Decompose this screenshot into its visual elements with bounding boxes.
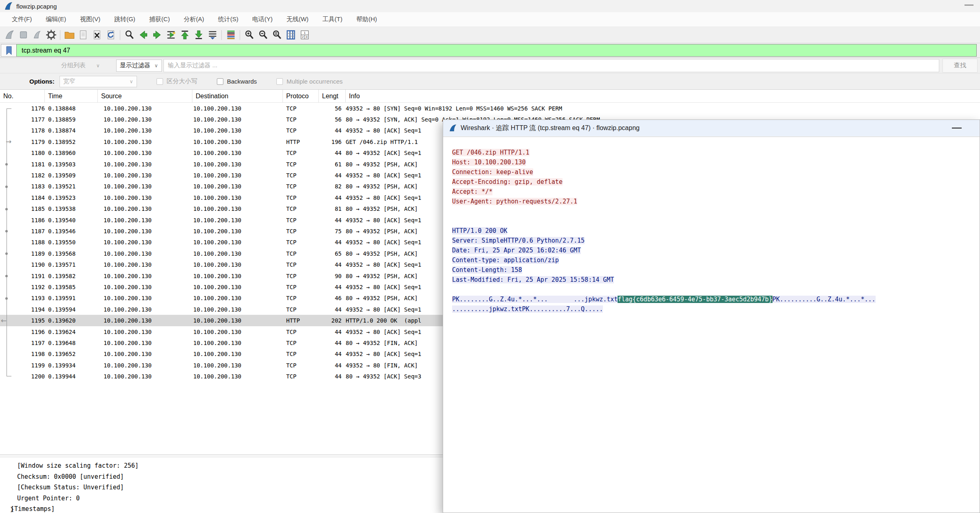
menu-item-5[interactable]: 分析(A) bbox=[177, 12, 211, 27]
multiple-occurrences-checkbox[interactable] bbox=[276, 78, 283, 85]
expand-chevron-icon[interactable]: ❯ bbox=[0, 506, 11, 512]
toolbar-go-last-button[interactable] bbox=[192, 29, 205, 42]
toolbar-find-packet-button[interactable] bbox=[122, 29, 136, 42]
find-button-label: 查找 bbox=[954, 62, 966, 69]
open-file-icon bbox=[64, 29, 75, 40]
toolbar-go-forward-button[interactable] bbox=[150, 29, 164, 42]
toolbar-capture-restart-button[interactable] bbox=[30, 29, 44, 42]
toolbar-open-file-button[interactable] bbox=[62, 29, 76, 42]
toolbar-capture-start-button[interactable] bbox=[2, 29, 16, 42]
column-header-time[interactable]: Time bbox=[45, 90, 98, 102]
char-width-value: 宽窄 bbox=[63, 77, 75, 85]
toolbar-zoom-in-button[interactable] bbox=[242, 29, 256, 42]
packet-row-1176[interactable]: 11760.13884810.100.200.13010.100.200.130… bbox=[0, 103, 980, 114]
menu-item-3[interactable]: 跳转(G) bbox=[107, 12, 142, 27]
follow-stream-title: Wireshark · 追踪 HTTP 流 (tcp.stream eq 47)… bbox=[461, 124, 640, 133]
menu-item-1[interactable]: 编辑(E) bbox=[39, 12, 73, 27]
stream-line-12: Content-Length: 158 bbox=[452, 265, 980, 275]
toolbar-separator bbox=[240, 30, 240, 40]
zoom-in-icon bbox=[244, 29, 255, 40]
search-scope-value: 分组列表 bbox=[61, 62, 86, 69]
toolbar-layout-button[interactable]: 123 bbox=[298, 29, 311, 42]
go-forward-icon bbox=[152, 29, 163, 40]
toolbar-reload-file-button[interactable] bbox=[104, 29, 118, 42]
toolbar-resize-columns-button[interactable] bbox=[284, 29, 298, 42]
menu-item-10[interactable]: 帮助(H) bbox=[349, 12, 384, 27]
dialog-minimize-button[interactable] bbox=[952, 128, 962, 128]
wireshark-main-window: flowzip.pcapng 文件(F)编辑(E)视图(V)跳转(G)捕获(C)… bbox=[0, 0, 980, 513]
backwards-checkbox[interactable] bbox=[217, 78, 223, 85]
stream-line-5: User-Agent: python-requests/2.27.1 bbox=[452, 197, 980, 206]
follow-stream-dialog: Wireshark · 追踪 HTTP 流 (tcp.stream eq 47)… bbox=[443, 119, 980, 513]
column-header-info[interactable]: Info bbox=[346, 90, 980, 102]
toolbar-capture-stop-button[interactable] bbox=[16, 29, 30, 42]
menu-item-7[interactable]: 电话(Y) bbox=[245, 12, 280, 27]
column-header-source[interactable]: Source bbox=[98, 90, 192, 102]
toolbar-close-file-button[interactable] bbox=[90, 29, 104, 42]
search-input[interactable]: 输入显示过滤器 ... bbox=[163, 59, 939, 72]
menu-item-4[interactable]: 捕获(C) bbox=[142, 12, 177, 27]
stream-line-6 bbox=[452, 206, 980, 216]
case-sensitive-option: 区分大小写 bbox=[157, 77, 197, 85]
stream-line-16: ..........jpkwz.txtPK..........7...Q....… bbox=[452, 304, 980, 314]
display-filter-input[interactable]: tcp.stream eq 47 bbox=[16, 44, 977, 57]
menu-item-0[interactable]: 文件(F) bbox=[5, 12, 39, 27]
stream-line-1: Host: 10.100.200.130 bbox=[452, 157, 980, 167]
follow-stream-titlebar[interactable]: Wireshark · 追踪 HTTP 流 (tcp.stream eq 47)… bbox=[443, 120, 980, 136]
stream-line-10: Date: Fri, 25 Apr 2025 16:02:46 GMT bbox=[452, 245, 980, 255]
stream-line-8: HTTP/1.0 200 OK bbox=[452, 226, 980, 236]
stream-line-2: Connection: keep-alive bbox=[452, 167, 980, 177]
char-width-select[interactable]: 宽窄 ∨ bbox=[60, 76, 137, 87]
chevron-down-icon: ∨ bbox=[155, 63, 158, 69]
toolbar-colorize-button[interactable] bbox=[224, 29, 238, 42]
stream-line-0: GET /046.zip HTTP/1.1 bbox=[452, 148, 980, 157]
toolbar-go-to-packet-button[interactable] bbox=[164, 29, 178, 42]
svg-text:3: 3 bbox=[305, 35, 307, 39]
menu-item-6[interactable]: 统计(S) bbox=[211, 12, 245, 27]
stream-line-3: Accept-Encoding: gzip, deflate bbox=[452, 177, 980, 187]
toolbar-auto-scroll-button[interactable] bbox=[205, 29, 219, 42]
options-label: Options: bbox=[29, 78, 55, 85]
multiple-occurrences-option: Multiple occurrences bbox=[276, 78, 343, 85]
toolbar-separator bbox=[120, 30, 120, 40]
filter-bookmark-button[interactable] bbox=[1, 44, 16, 57]
stream-content[interactable]: GET /046.zip HTTP/1.1Host: 10.100.200.13… bbox=[443, 137, 980, 314]
display-filter-bar: tcp.stream eq 47 bbox=[0, 43, 980, 58]
resize-columns-icon bbox=[285, 29, 296, 40]
toolbar-zoom-original-button[interactable] bbox=[270, 29, 284, 42]
layout-icon: 123 bbox=[299, 29, 310, 40]
search-type-select[interactable]: 显示过滤器 ∨ bbox=[116, 60, 162, 72]
capture-options-icon bbox=[46, 29, 57, 40]
flag-highlight: flag{c6db63e6-6459-4e75-bb37-3aec5d2b947… bbox=[618, 296, 772, 303]
menu-item-2[interactable]: 视图(V) bbox=[73, 12, 107, 27]
column-header-no[interactable]: No. bbox=[0, 90, 45, 102]
backwards-label: Backwards bbox=[227, 78, 257, 85]
main-toolbar: 123 bbox=[0, 27, 980, 43]
column-header-destination[interactable]: Destination bbox=[192, 90, 283, 102]
stream-line-7 bbox=[452, 216, 980, 226]
find-button[interactable]: 查找 bbox=[942, 59, 978, 73]
backwards-option: Backwards bbox=[217, 78, 257, 85]
toolbar-capture-options-button[interactable] bbox=[44, 29, 58, 42]
toolbar-zoom-out-button[interactable] bbox=[256, 29, 270, 42]
case-sensitive-checkbox[interactable] bbox=[157, 78, 163, 85]
search-scope-select[interactable]: 分组列表 ∨ bbox=[61, 62, 100, 69]
column-header-protoco[interactable]: Protoco bbox=[283, 90, 319, 102]
window-minimize-button[interactable] bbox=[965, 4, 973, 6]
menu-item-9[interactable]: 工具(T) bbox=[316, 12, 349, 27]
toolbar-separator bbox=[60, 30, 60, 40]
svg-text:2: 2 bbox=[302, 35, 303, 39]
go-to-packet-icon bbox=[166, 29, 177, 40]
toolbar-go-back-button[interactable] bbox=[136, 29, 150, 42]
bookmark-icon bbox=[6, 46, 12, 55]
stream-line-4: Accept: */* bbox=[452, 187, 980, 197]
colorize-icon bbox=[225, 29, 236, 40]
toolbar-save-file-button[interactable] bbox=[76, 29, 90, 42]
save-file-icon bbox=[78, 29, 89, 40]
close-file-icon bbox=[92, 29, 103, 40]
capture-stop-icon bbox=[18, 29, 29, 40]
toolbar-go-first-button[interactable] bbox=[178, 29, 192, 42]
column-header-lengt[interactable]: Lengt bbox=[319, 90, 346, 102]
menu-item-8[interactable]: 无线(W) bbox=[280, 12, 316, 27]
zoom-out-icon bbox=[258, 29, 269, 40]
